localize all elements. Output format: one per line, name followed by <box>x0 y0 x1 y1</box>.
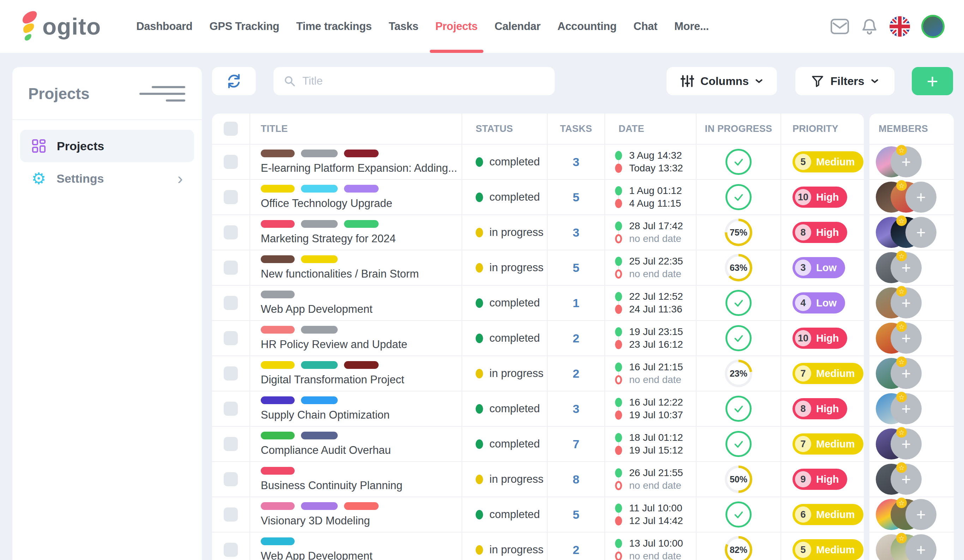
status-dot <box>475 545 483 555</box>
tasks-count[interactable]: 5 <box>548 497 605 532</box>
col-status[interactable]: STATUS <box>462 114 548 144</box>
nav-projects[interactable]: Projects <box>435 0 478 53</box>
table-row[interactable]: New functionalities / Brain Storm in pro… <box>212 250 864 286</box>
project-title[interactable]: HR Policy Review and Update <box>261 338 407 351</box>
collapse-sidebar-button[interactable] <box>139 84 186 104</box>
refresh-button[interactable] <box>212 67 256 95</box>
status-dot <box>475 228 483 237</box>
project-title[interactable]: New functionalities / Brain Storm <box>261 268 419 280</box>
completed-check-icon <box>725 184 752 210</box>
nav-dashboard[interactable]: Dashboard <box>136 0 192 53</box>
row-checkbox[interactable] <box>224 367 238 380</box>
col-title[interactable]: TITLE <box>250 114 462 144</box>
nav-calendar[interactable]: Calendar <box>495 0 541 53</box>
row-checkbox[interactable] <box>224 331 238 345</box>
filters-button[interactable]: Filters <box>795 67 894 95</box>
project-title[interactable]: Digital Transformation Project <box>261 373 404 386</box>
progress-cell <box>697 321 781 355</box>
priority-badge: 3Low <box>793 257 845 278</box>
nav-accounting[interactable]: Accounting <box>557 0 617 53</box>
nav-tasks[interactable]: Tasks <box>389 0 418 53</box>
col-tasks[interactable]: TASKS <box>548 114 605 144</box>
columns-button[interactable]: Columns <box>666 67 777 95</box>
project-title[interactable]: E-learning Platform Expansion: Adding... <box>261 162 457 175</box>
project-title[interactable]: Compliance Audit Overhau <box>261 444 391 457</box>
topbar-actions <box>830 15 944 38</box>
row-checkbox[interactable] <box>224 261 238 275</box>
nav-more[interactable]: More... <box>674 0 709 53</box>
project-title[interactable]: Visionary 3D Modeling <box>261 515 370 527</box>
add-member-button[interactable]: + <box>905 182 936 213</box>
tasks-count[interactable]: 2 <box>548 356 605 391</box>
project-title[interactable]: Office Technology Upgrade <box>261 197 392 210</box>
priority-value: 8 <box>795 401 811 417</box>
language-flag-uk[interactable] <box>889 16 910 37</box>
date-cell: 11 Jul 10:00 12 Jul 14:42 <box>605 497 697 532</box>
col-members[interactable]: MEMBERS <box>870 114 954 144</box>
add-project-button[interactable]: + <box>912 67 953 95</box>
app-logo[interactable]: ogito <box>20 10 101 43</box>
project-title[interactable]: Supply Chain Optimization <box>261 409 389 421</box>
table-row[interactable]: Visionary 3D Modeling completed 5 11 Jul… <box>212 497 864 532</box>
row-checkbox[interactable] <box>224 226 238 239</box>
row-checkbox[interactable] <box>224 155 238 169</box>
end-date-dot <box>615 269 622 279</box>
row-checkbox[interactable] <box>224 296 238 310</box>
row-checkbox[interactable] <box>224 472 238 486</box>
tasks-count[interactable]: 2 <box>548 321 605 355</box>
tasks-count[interactable]: 5 <box>548 250 605 285</box>
table-row[interactable]: Web App Development completed 1 22 Jul 1… <box>212 286 864 321</box>
topbar: ogito Dashboard GPS Tracking Time tracki… <box>0 0 964 53</box>
sidebar-item-projects[interactable]: Projects <box>20 130 194 162</box>
tasks-count[interactable]: 3 <box>548 391 605 426</box>
row-checkbox[interactable] <box>224 402 238 416</box>
table-row[interactable]: Compliance Audit Overhau completed 7 18 … <box>212 427 864 462</box>
nav-chat[interactable]: Chat <box>633 0 657 53</box>
tasks-count[interactable]: 3 <box>548 144 605 179</box>
user-avatar[interactable] <box>921 15 944 38</box>
add-member-button[interactable]: + <box>905 217 936 248</box>
search-input[interactable] <box>302 75 545 88</box>
project-title[interactable]: Web App Development <box>261 303 373 316</box>
project-title[interactable]: Web App Development <box>261 550 373 560</box>
star-badge-icon: ☆ <box>896 286 907 297</box>
table-row[interactable]: HR Policy Review and Update completed 2 … <box>212 321 864 356</box>
completed-check-icon <box>725 325 752 351</box>
nav-gps-tracking[interactable]: GPS Tracking <box>209 0 279 53</box>
status-label: completed <box>489 332 540 344</box>
start-date: 22 Jul 12:52 <box>629 291 683 302</box>
tasks-count[interactable]: 3 <box>548 215 605 250</box>
mail-icon[interactable] <box>830 18 849 34</box>
row-checkbox[interactable] <box>224 437 238 451</box>
progress-ring: 75% <box>725 219 752 246</box>
table-row[interactable]: Web App Development in progress 2 13 Jul… <box>212 532 864 560</box>
project-title[interactable]: Marketing Strategy for 2024 <box>261 232 396 245</box>
nav-time-trackings[interactable]: Time trackings <box>296 0 371 53</box>
start-date-dot <box>615 257 622 266</box>
status-dot <box>475 193 483 202</box>
col-in-progress[interactable]: IN PROGRESS <box>697 114 781 144</box>
select-all-checkbox[interactable] <box>224 122 238 136</box>
project-tag <box>301 220 338 228</box>
table-row[interactable]: Business Continuity Planning in progress… <box>212 462 864 497</box>
table-row[interactable]: Marketing Strategy for 2024 in progress … <box>212 215 864 250</box>
tasks-count[interactable]: 5 <box>548 180 605 214</box>
tasks-count[interactable]: 7 <box>548 427 605 461</box>
col-priority[interactable]: PRIORITY <box>781 114 863 144</box>
row-checkbox[interactable] <box>224 190 238 204</box>
tasks-count[interactable]: 1 <box>548 286 605 320</box>
table-row[interactable]: E-learning Platform Expansion: Adding...… <box>212 144 864 180</box>
tasks-count[interactable]: 2 <box>548 532 605 560</box>
row-checkbox[interactable] <box>224 508 238 521</box>
add-member-button[interactable]: + <box>905 499 936 530</box>
col-date[interactable]: DATE <box>605 114 697 144</box>
add-member-button[interactable]: + <box>905 534 936 560</box>
table-row[interactable]: Digital Transformation Project in progre… <box>212 356 864 391</box>
bell-icon[interactable] <box>861 18 878 35</box>
project-title[interactable]: Business Continuity Planning <box>261 479 402 492</box>
sidebar-item-settings[interactable]: ⚙ Settings › <box>20 162 194 195</box>
row-checkbox[interactable] <box>224 543 238 557</box>
table-row[interactable]: Office Technology Upgrade completed 5 1 … <box>212 180 864 215</box>
table-row[interactable]: Supply Chain Optimization completed 3 16… <box>212 391 864 427</box>
tasks-count[interactable]: 8 <box>548 462 605 497</box>
